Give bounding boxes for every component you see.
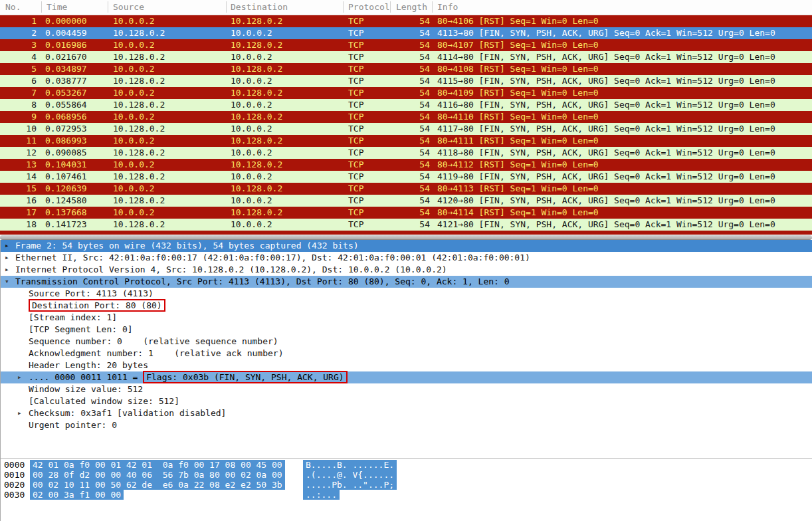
packet-time: 0.090085 bbox=[45, 147, 87, 159]
column-header-source[interactable]: Source bbox=[113, 2, 144, 12]
packet-destination: 10.128.0.2 bbox=[231, 183, 282, 195]
packet-time: 0.021670 bbox=[45, 51, 87, 63]
expander-icon[interactable]: ▸ bbox=[5, 252, 9, 264]
packet-row[interactable]: 9 0.068956 10.0.0.2 10.128.0.2 TCP 54 80… bbox=[0, 111, 812, 123]
packet-row[interactable]: 10 0.072953 10.128.0.2 10.0.0.2 TCP 54 4… bbox=[0, 123, 812, 135]
packet-protocol: TCP bbox=[348, 183, 363, 195]
packet-protocol: TCP bbox=[348, 15, 363, 27]
packet-protocol: TCP bbox=[348, 219, 363, 231]
column-header-protocol[interactable]: Protocol bbox=[348, 2, 390, 12]
hex-bytes[interactable]: 00 02 10 11 00 50 62 de e6 0a 22 08 e2 e… bbox=[30, 480, 285, 490]
packet-row[interactable]: 4 0.021670 10.128.0.2 10.0.0.2 TCP 54 41… bbox=[0, 51, 812, 63]
detail-row[interactable]: [Calculated window size: 512] bbox=[1, 395, 812, 407]
hex-row[interactable]: 0020 00 02 10 11 00 50 62 de e6 0a 22 08… bbox=[1, 480, 812, 490]
packet-source: 10.0.0.2 bbox=[113, 39, 155, 51]
detail-row[interactable]: ▸ .... 0000 0011 1011 = Flags: 0x03b (FI… bbox=[1, 371, 812, 383]
detail-row[interactable]: ▾ Transmission Control Protocol, Src Por… bbox=[1, 276, 812, 288]
detail-row[interactable]: Window size value: 512 bbox=[1, 383, 812, 395]
packet-no: 5 bbox=[0, 63, 37, 75]
expander-icon[interactable]: ▸ bbox=[17, 407, 22, 419]
packet-row[interactable]: 3 0.016986 10.0.0.2 10.128.0.2 TCP 54 80… bbox=[0, 39, 812, 51]
hex-dump-pane: 0000 42 01 0a f0 00 01 42 01 0a f0 00 17… bbox=[1, 458, 812, 521]
packet-row[interactable]: 6 0.038777 10.128.0.2 10.0.0.2 TCP 54 41… bbox=[0, 75, 812, 87]
packet-length: 54 bbox=[399, 111, 430, 123]
detail-row[interactable]: Destination Port: 80 (80) bbox=[1, 300, 812, 312]
hex-bytes[interactable]: 00 28 0f d2 00 00 40 06 56 7b 0a 80 00 0… bbox=[30, 470, 285, 480]
detail-row[interactable]: Acknowledgment number: 1 (relative ack n… bbox=[1, 348, 812, 360]
detail-row[interactable]: Sequence number: 0 (relative sequence nu… bbox=[1, 336, 812, 348]
hex-bytes[interactable]: 02 00 3a f1 00 00 bbox=[30, 490, 124, 500]
packet-row[interactable]: 18 0.141723 10.128.0.2 10.0.0.2 TCP 54 4… bbox=[0, 219, 812, 231]
packet-row[interactable]: 8 0.055864 10.128.0.2 10.0.0.2 TCP 54 41… bbox=[0, 99, 812, 111]
detail-text: Checksum: 0x3af1 [validation disabled] bbox=[29, 407, 226, 419]
expander-icon[interactable]: ▸ bbox=[5, 240, 9, 252]
detail-row[interactable]: [Stream index: 1] bbox=[1, 312, 812, 324]
packet-protocol: TCP bbox=[348, 159, 363, 171]
hex-row[interactable]: 0010 00 28 0f d2 00 00 40 06 56 7b 0a 80… bbox=[1, 470, 812, 480]
detail-row[interactable]: ▸ Ethernet II, Src: 42:01:0a:f0:00:17 (4… bbox=[1, 252, 812, 264]
expander-icon[interactable]: ▸ bbox=[17, 371, 22, 383]
packet-time: 0.068956 bbox=[45, 111, 87, 123]
detail-text: Header Length: 20 bytes bbox=[29, 360, 148, 371]
packet-destination: 10.128.0.2 bbox=[231, 15, 282, 27]
hex-bytes[interactable]: 42 01 0a f0 00 01 42 01 0a f0 00 17 08 0… bbox=[30, 460, 285, 470]
expander-icon[interactable]: ▸ bbox=[5, 264, 9, 276]
detail-row[interactable]: ▸ Frame 2: 54 bytes on wire (432 bits), … bbox=[1, 240, 812, 252]
packet-details-pane: ▸ Frame 2: 54 bytes on wire (432 bits), … bbox=[1, 240, 812, 458]
detail-row[interactable]: Urgent pointer: 0 bbox=[1, 419, 812, 431]
column-header-destination[interactable]: Destination bbox=[231, 2, 288, 12]
hex-ascii[interactable]: .(....@. V{...... bbox=[303, 470, 397, 480]
packet-row[interactable]: 14 0.107461 10.128.0.2 10.0.0.2 TCP 54 4… bbox=[0, 171, 812, 183]
packet-row[interactable]: 2 0.004459 10.128.0.2 10.0.0.2 TCP 54 41… bbox=[0, 27, 812, 39]
hex-offset: 0030 bbox=[4, 490, 25, 500]
packet-row[interactable]: 7 0.053267 10.0.0.2 10.128.0.2 TCP 54 80… bbox=[0, 87, 812, 99]
detail-text: Ethernet II, Src: 42:01:0a:f0:00:17 (42:… bbox=[15, 252, 530, 264]
packet-source: 10.128.0.2 bbox=[113, 123, 165, 135]
packet-destination: 10.0.0.2 bbox=[231, 219, 272, 231]
packet-protocol: TCP bbox=[348, 207, 363, 219]
packet-row[interactable]: 15 0.120639 10.0.0.2 10.128.0.2 TCP 54 8… bbox=[0, 183, 812, 195]
packet-row[interactable]: 13 0.104031 10.0.0.2 10.128.0.2 TCP 54 8… bbox=[0, 159, 812, 171]
packet-row[interactable]: 16 0.124580 10.128.0.2 10.0.0.2 TCP 54 4… bbox=[0, 195, 812, 207]
packet-time: 0.053267 bbox=[45, 87, 87, 99]
packet-list-header: No. Time Source Destination Protocol Len… bbox=[0, 0, 812, 15]
packet-no: 11 bbox=[0, 135, 37, 147]
packet-row[interactable]: 5 0.034897 10.0.0.2 10.128.0.2 TCP 54 80… bbox=[0, 63, 812, 75]
packet-no: 9 bbox=[0, 111, 37, 123]
packet-length: 54 bbox=[399, 75, 430, 87]
column-header-info[interactable]: Info bbox=[437, 2, 458, 12]
packet-protocol: TCP bbox=[348, 135, 363, 147]
detail-row[interactable]: [TCP Segment Len: 0] bbox=[1, 324, 812, 336]
detail-row[interactable]: ▸ Internet Protocol Version 4, Src: 10.1… bbox=[1, 264, 812, 276]
packet-protocol: TCP bbox=[348, 63, 363, 75]
packet-info: 80→4114 [RST] Seq=1 Win=0 Len=0 bbox=[437, 207, 599, 219]
packet-source: 10.128.0.2 bbox=[113, 99, 165, 111]
packet-time: 0.086993 bbox=[45, 135, 87, 147]
packet-row[interactable]: 12 0.090085 10.128.0.2 10.0.0.2 TCP 54 4… bbox=[0, 147, 812, 159]
packet-row[interactable]: 1 0.000000 10.0.0.2 10.128.0.2 TCP 54 80… bbox=[0, 15, 812, 27]
packet-protocol: TCP bbox=[348, 123, 363, 135]
packet-info: 4120→80 [FIN, SYN, PSH, ACK, URG] Seq=0 … bbox=[437, 195, 775, 207]
column-separator bbox=[41, 1, 42, 13]
packet-destination: 10.128.0.2 bbox=[231, 87, 282, 99]
hex-row[interactable]: 0000 42 01 0a f0 00 01 42 01 0a f0 00 17… bbox=[1, 460, 812, 470]
detail-row[interactable]: Header Length: 20 bytes bbox=[1, 360, 812, 371]
packet-length: 54 bbox=[399, 123, 430, 135]
hex-ascii[interactable]: B.....B. ......E. bbox=[303, 460, 397, 470]
column-header-length[interactable]: Length bbox=[396, 2, 427, 12]
packet-row[interactable]: 11 0.086993 10.0.0.2 10.128.0.2 TCP 54 8… bbox=[0, 135, 812, 147]
hex-row[interactable]: 0030 02 00 3a f1 00 00 ..:... bbox=[1, 490, 812, 500]
column-header-no[interactable]: No. bbox=[5, 2, 21, 12]
detail-row[interactable]: ▸ Checksum: 0x3af1 [validation disabled] bbox=[1, 407, 812, 419]
packet-protocol: TCP bbox=[348, 51, 363, 63]
expander-icon[interactable]: ▾ bbox=[5, 276, 9, 288]
hex-ascii[interactable]: .....Pb. .."...P; bbox=[303, 480, 397, 490]
pane-splitter[interactable] bbox=[0, 235, 812, 240]
column-header-time[interactable]: Time bbox=[47, 2, 67, 12]
detail-row[interactable]: Source Port: 4113 (4113) bbox=[1, 288, 812, 300]
packet-info: 4114→80 [FIN, SYN, PSH, ACK, URG] Seq=0 … bbox=[437, 51, 775, 63]
packet-source: 10.128.0.2 bbox=[113, 171, 165, 183]
packet-length: 54 bbox=[399, 159, 430, 171]
packet-row[interactable]: 17 0.137668 10.0.0.2 10.128.0.2 TCP 54 8… bbox=[0, 207, 812, 219]
hex-ascii[interactable]: ..:... bbox=[303, 490, 340, 500]
